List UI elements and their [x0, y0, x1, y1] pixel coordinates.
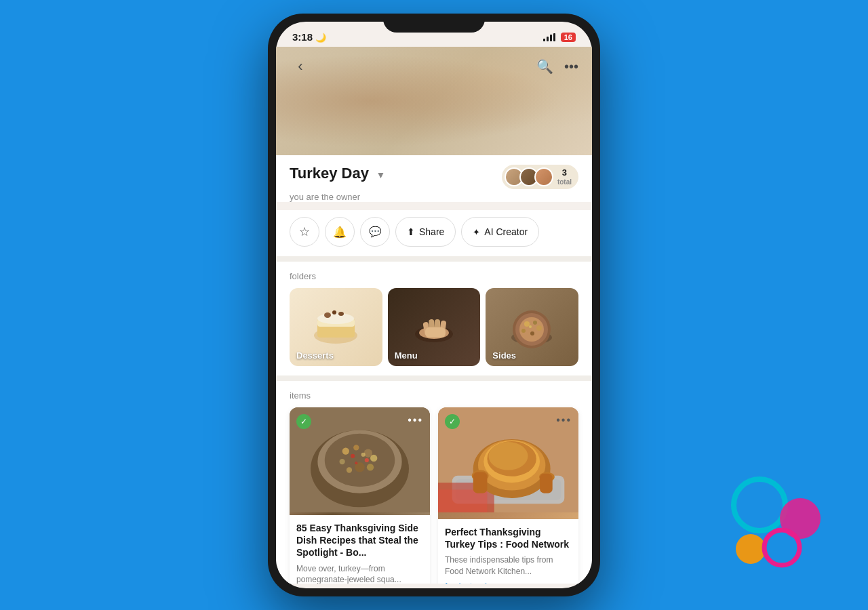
card2-desc: These indispensable tips from Food Netwo…: [445, 554, 572, 577]
svg-point-34: [347, 467, 352, 472]
avatar-3: [534, 167, 553, 186]
svg-point-32: [370, 455, 377, 462]
card2-menu[interactable]: •••: [556, 414, 572, 426]
svg-point-36: [361, 453, 366, 457]
collection-title: Turkey Day: [290, 165, 369, 182]
svg-rect-13: [425, 327, 446, 338]
status-time: 3:18 🌙: [292, 31, 326, 43]
avatar-group[interactable]: 3 total: [502, 165, 578, 189]
hero-header: ‹ 🔍 •••: [276, 47, 592, 155]
items-label: items: [290, 390, 578, 401]
more-icon[interactable]: •••: [564, 59, 578, 75]
nav-bar: ‹ 🔍 •••: [276, 47, 592, 86]
card1-content: 85 Easy Thanksgiving Side Dish Recipes t…: [290, 515, 430, 584]
card1-menu[interactable]: •••: [408, 414, 423, 426]
star-button[interactable]: ☆: [290, 217, 319, 247]
chat-button[interactable]: 💬: [360, 217, 390, 247]
back-button[interactable]: ‹: [290, 58, 311, 75]
share-icon: ⬆: [407, 226, 415, 237]
svg-point-54: [734, 479, 785, 531]
svg-point-19: [533, 321, 537, 325]
folder-desserts[interactable]: Desserts: [290, 288, 382, 366]
battery-badge: 16: [561, 33, 576, 42]
card2-check: ✓: [445, 414, 460, 429]
avatar-count: 3 total: [557, 167, 572, 186]
folder-sides-label: Sides: [492, 350, 516, 361]
deco-circles: [722, 474, 831, 583]
collection-subtitle: you are the owner: [290, 192, 578, 202]
svg-point-5: [338, 312, 344, 316]
folder-menu-label: Menu: [395, 350, 418, 361]
items-section: items: [276, 381, 592, 584]
folders-label: folders: [290, 271, 578, 281]
svg-point-4: [324, 312, 331, 318]
card2-title: Perfect Thanksgiving Turkey Tips : Food …: [445, 526, 572, 550]
dropdown-icon[interactable]: ▼: [376, 169, 385, 180]
svg-point-21: [530, 331, 534, 336]
moon-icon: 🌙: [315, 33, 326, 43]
items-grid: ✓ ••• 85 Easy Thanksgiving Side Dish Rec…: [290, 407, 578, 584]
signal-icon: [543, 33, 555, 41]
nav-actions: 🔍 •••: [536, 58, 578, 75]
svg-point-57: [764, 530, 800, 565]
folders-section: folders: [276, 262, 592, 375]
svg-point-37: [351, 454, 355, 458]
svg-point-38: [365, 458, 369, 462]
card2-content: Perfect Thanksgiving Turkey Tips : Food …: [438, 519, 578, 584]
svg-point-20: [536, 325, 542, 331]
phone-screen: 3:18 🌙 16 ‹: [276, 22, 592, 588]
item-card-2[interactable]: ✓ ••• Perfect Thanksgiving Turkey Tips :…: [438, 407, 578, 584]
notch: [383, 14, 485, 33]
bell-button[interactable]: 🔔: [325, 217, 355, 247]
ai-creator-button[interactable]: ✦ AI Creator: [461, 217, 539, 247]
svg-point-23: [529, 325, 532, 328]
card1-title: 85 Easy Thanksgiving Side Dish Recipes t…: [296, 522, 423, 559]
card1-check: ✓: [296, 414, 311, 429]
phone-content[interactable]: ‹ 🔍 ••• Turkey Day ▼: [276, 47, 592, 584]
card2-source[interactable]: foodnetwork.com: [445, 582, 572, 584]
svg-rect-53: [540, 474, 553, 493]
card1-desc: Move over, turkey—from pomegranate-jewel…: [296, 563, 423, 584]
folder-menu[interactable]: Menu: [388, 288, 481, 366]
svg-point-28: [342, 447, 349, 454]
folder-grid: Desserts: [290, 288, 578, 366]
item-card-1[interactable]: ✓ ••• 85 Easy Thanksgiving Side Dish Rec…: [290, 407, 430, 584]
svg-rect-51: [473, 472, 488, 493]
status-icons: 16: [543, 33, 576, 42]
svg-point-6: [332, 310, 336, 314]
svg-point-27: [325, 434, 395, 487]
svg-point-39: [355, 462, 357, 464]
action-buttons-row: ☆ 🔔 💬 ⬆ Share ✦ AI Creator: [276, 210, 592, 256]
collection-info: Turkey Day ▼ 3 total: [276, 155, 592, 202]
svg-point-31: [339, 459, 344, 464]
svg-point-3: [317, 313, 354, 324]
svg-point-49: [489, 442, 528, 470]
search-icon[interactable]: 🔍: [536, 58, 553, 75]
folder-desserts-label: Desserts: [296, 350, 334, 361]
svg-point-35: [367, 464, 374, 470]
ai-icon: ✦: [473, 227, 480, 237]
svg-point-18: [524, 321, 530, 327]
phone-frame: 3:18 🌙 16 ‹: [268, 14, 600, 596]
folder-sides[interactable]: Sides: [486, 288, 578, 366]
share-button[interactable]: ⬆ Share: [395, 217, 456, 247]
svg-point-22: [521, 329, 526, 333]
svg-point-56: [736, 534, 766, 564]
svg-point-29: [353, 445, 359, 450]
